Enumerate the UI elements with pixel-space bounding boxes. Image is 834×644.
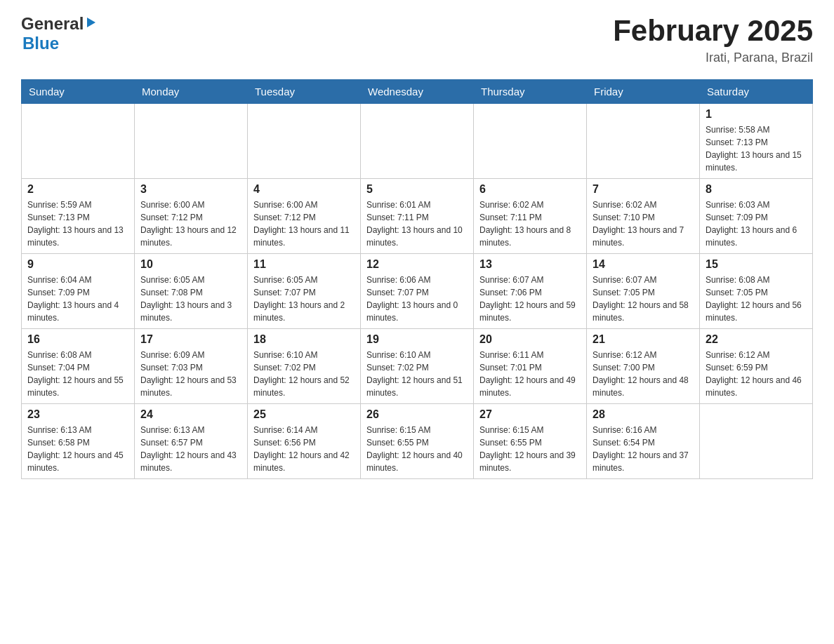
day-number: 16 — [27, 333, 128, 346]
svg-marker-0 — [87, 18, 95, 27]
day-number: 1 — [706, 108, 807, 121]
day-info: Sunrise: 6:10 AM Sunset: 7:02 PM Dayligh… — [366, 349, 468, 399]
calendar-week-row: 23Sunrise: 6:13 AM Sunset: 6:58 PM Dayli… — [22, 404, 813, 479]
logo-icon — [84, 16, 97, 32]
calendar-cell: 25Sunrise: 6:14 AM Sunset: 6:56 PM Dayli… — [248, 404, 361, 479]
day-info: Sunrise: 6:14 AM Sunset: 6:56 PM Dayligh… — [253, 424, 355, 474]
calendar-cell: 12Sunrise: 6:06 AM Sunset: 7:07 PM Dayli… — [361, 254, 474, 329]
calendar-cell — [700, 404, 813, 479]
day-info: Sunrise: 6:00 AM Sunset: 7:12 PM Dayligh… — [253, 199, 355, 249]
calendar-header: SundayMondayTuesdayWednesdayThursdayFrid… — [22, 80, 813, 104]
day-number: 14 — [593, 258, 694, 271]
calendar-title: February 2025 — [613, 14, 813, 48]
calendar-table: SundayMondayTuesdayWednesdayThursdayFrid… — [21, 79, 813, 479]
day-info: Sunrise: 5:58 AM Sunset: 7:13 PM Dayligh… — [706, 123, 807, 174]
calendar-cell — [474, 104, 587, 179]
day-info: Sunrise: 6:05 AM Sunset: 7:07 PM Dayligh… — [253, 274, 355, 324]
calendar-cell: 8Sunrise: 6:03 AM Sunset: 7:09 PM Daylig… — [700, 179, 813, 254]
day-number: 22 — [706, 333, 807, 346]
day-number: 23 — [27, 408, 128, 421]
day-info: Sunrise: 6:12 AM Sunset: 7:00 PM Dayligh… — [593, 349, 694, 399]
calendar-cell: 9Sunrise: 6:04 AM Sunset: 7:09 PM Daylig… — [22, 254, 135, 329]
day-number: 9 — [27, 258, 128, 271]
day-info: Sunrise: 6:04 AM Sunset: 7:09 PM Dayligh… — [27, 274, 128, 324]
calendar-cell: 10Sunrise: 6:05 AM Sunset: 7:08 PM Dayli… — [135, 254, 248, 329]
calendar-cell: 21Sunrise: 6:12 AM Sunset: 7:00 PM Dayli… — [587, 329, 700, 404]
day-info: Sunrise: 6:11 AM Sunset: 7:01 PM Dayligh… — [479, 349, 581, 399]
day-number: 26 — [366, 408, 468, 421]
day-info: Sunrise: 6:01 AM Sunset: 7:11 PM Dayligh… — [366, 199, 468, 249]
calendar-week-row: 1Sunrise: 5:58 AM Sunset: 7:13 PM Daylig… — [22, 104, 813, 179]
day-number: 15 — [706, 258, 807, 271]
day-number: 18 — [253, 333, 355, 346]
day-of-week-header: Thursday — [474, 80, 587, 104]
logo-general-text: General — [21, 14, 84, 34]
day-info: Sunrise: 6:05 AM Sunset: 7:08 PM Dayligh… — [140, 274, 241, 324]
day-info: Sunrise: 6:13 AM Sunset: 6:58 PM Dayligh… — [27, 424, 128, 474]
logo-blue-text: Blue — [22, 34, 59, 53]
day-number: 11 — [253, 258, 355, 271]
calendar-cell — [361, 104, 474, 179]
page-header: General Blue February 2025 Irati, Parana… — [21, 14, 813, 65]
calendar-body: 1Sunrise: 5:58 AM Sunset: 7:13 PM Daylig… — [22, 104, 813, 479]
day-number: 7 — [593, 183, 694, 196]
calendar-subtitle: Irati, Parana, Brazil — [613, 51, 813, 65]
days-of-week-row: SundayMondayTuesdayWednesdayThursdayFrid… — [22, 80, 813, 104]
calendar-cell — [248, 104, 361, 179]
day-number: 25 — [253, 408, 355, 421]
day-number: 19 — [366, 333, 468, 346]
day-info: Sunrise: 6:08 AM Sunset: 7:05 PM Dayligh… — [706, 274, 807, 324]
day-number: 28 — [593, 408, 694, 421]
calendar-week-row: 9Sunrise: 6:04 AM Sunset: 7:09 PM Daylig… — [22, 254, 813, 329]
day-info: Sunrise: 6:02 AM Sunset: 7:10 PM Dayligh… — [593, 199, 694, 249]
day-of-week-header: Friday — [587, 80, 700, 104]
day-info: Sunrise: 6:00 AM Sunset: 7:12 PM Dayligh… — [140, 199, 241, 249]
calendar-cell: 14Sunrise: 6:07 AM Sunset: 7:05 PM Dayli… — [587, 254, 700, 329]
calendar-cell: 4Sunrise: 6:00 AM Sunset: 7:12 PM Daylig… — [248, 179, 361, 254]
calendar-cell: 1Sunrise: 5:58 AM Sunset: 7:13 PM Daylig… — [700, 104, 813, 179]
day-of-week-header: Tuesday — [248, 80, 361, 104]
calendar-cell: 15Sunrise: 6:08 AM Sunset: 7:05 PM Dayli… — [700, 254, 813, 329]
day-of-week-header: Sunday — [22, 80, 135, 104]
day-number: 3 — [140, 183, 241, 196]
day-number: 5 — [366, 183, 468, 196]
calendar-cell: 17Sunrise: 6:09 AM Sunset: 7:03 PM Dayli… — [135, 329, 248, 404]
day-of-week-header: Saturday — [700, 80, 813, 104]
calendar-cell: 28Sunrise: 6:16 AM Sunset: 6:54 PM Dayli… — [587, 404, 700, 479]
day-info: Sunrise: 6:02 AM Sunset: 7:11 PM Dayligh… — [479, 199, 581, 249]
day-number: 27 — [479, 408, 581, 421]
calendar-cell: 19Sunrise: 6:10 AM Sunset: 7:02 PM Dayli… — [361, 329, 474, 404]
calendar-cell — [587, 104, 700, 179]
day-info: Sunrise: 6:15 AM Sunset: 6:55 PM Dayligh… — [366, 424, 468, 474]
calendar-cell: 13Sunrise: 6:07 AM Sunset: 7:06 PM Dayli… — [474, 254, 587, 329]
day-info: Sunrise: 6:12 AM Sunset: 6:59 PM Dayligh… — [706, 349, 807, 399]
calendar-week-row: 2Sunrise: 5:59 AM Sunset: 7:13 PM Daylig… — [22, 179, 813, 254]
day-info: Sunrise: 6:10 AM Sunset: 7:02 PM Dayligh… — [253, 349, 355, 399]
calendar-cell: 5Sunrise: 6:01 AM Sunset: 7:11 PM Daylig… — [361, 179, 474, 254]
day-number: 4 — [253, 183, 355, 196]
calendar-cell: 27Sunrise: 6:15 AM Sunset: 6:55 PM Dayli… — [474, 404, 587, 479]
calendar-cell: 6Sunrise: 6:02 AM Sunset: 7:11 PM Daylig… — [474, 179, 587, 254]
calendar-cell: 26Sunrise: 6:15 AM Sunset: 6:55 PM Dayli… — [361, 404, 474, 479]
day-info: Sunrise: 6:07 AM Sunset: 7:06 PM Dayligh… — [479, 274, 581, 324]
calendar-cell — [22, 104, 135, 179]
day-number: 6 — [479, 183, 581, 196]
calendar-cell: 11Sunrise: 6:05 AM Sunset: 7:07 PM Dayli… — [248, 254, 361, 329]
day-info: Sunrise: 6:08 AM Sunset: 7:04 PM Dayligh… — [27, 349, 128, 399]
day-info: Sunrise: 6:13 AM Sunset: 6:57 PM Dayligh… — [140, 424, 241, 474]
calendar-cell: 2Sunrise: 5:59 AM Sunset: 7:13 PM Daylig… — [22, 179, 135, 254]
calendar-cell — [135, 104, 248, 179]
day-number: 12 — [366, 258, 468, 271]
calendar-cell: 22Sunrise: 6:12 AM Sunset: 6:59 PM Dayli… — [700, 329, 813, 404]
calendar-cell: 20Sunrise: 6:11 AM Sunset: 7:01 PM Dayli… — [474, 329, 587, 404]
day-info: Sunrise: 6:15 AM Sunset: 6:55 PM Dayligh… — [479, 424, 581, 474]
calendar-cell: 3Sunrise: 6:00 AM Sunset: 7:12 PM Daylig… — [135, 179, 248, 254]
day-info: Sunrise: 6:16 AM Sunset: 6:54 PM Dayligh… — [593, 424, 694, 474]
day-info: Sunrise: 6:06 AM Sunset: 7:07 PM Dayligh… — [366, 274, 468, 324]
day-number: 24 — [140, 408, 241, 421]
day-info: Sunrise: 5:59 AM Sunset: 7:13 PM Dayligh… — [27, 199, 128, 249]
day-number: 13 — [479, 258, 581, 271]
day-of-week-header: Wednesday — [361, 80, 474, 104]
title-block: February 2025 Irati, Parana, Brazil — [613, 14, 813, 65]
day-info: Sunrise: 6:07 AM Sunset: 7:05 PM Dayligh… — [593, 274, 694, 324]
